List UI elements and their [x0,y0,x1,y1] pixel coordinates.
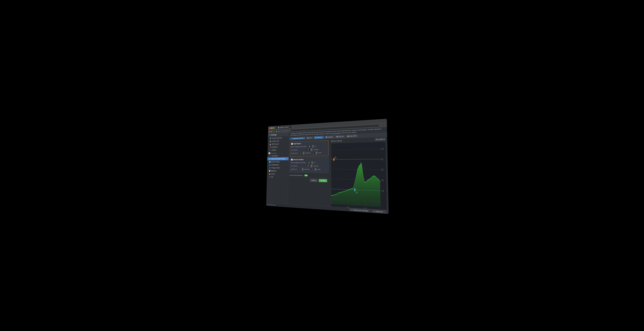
app-tab-close-icon[interactable]: × [384,211,385,213]
tab-close-button[interactable]: × [289,126,290,128]
application-tab[interactable]: ⊞ application × [371,210,387,214]
add-nodes-checkbox[interactable]: ✓ [291,143,293,145]
sidebar-item-info[interactable]: ℹ Info [267,175,288,179]
deployment-manager-tab[interactable]: ☁ Deployment Manager [349,208,370,212]
close-button[interactable]: Close [310,179,318,182]
maximize-window-button[interactable] [273,127,275,129]
no-active-tasks: No active tasks [267,204,276,206]
sidebar-item-migration[interactable]: 🔄 Migration [267,169,288,173]
remove-nodes-by-input[interactable]: 1 [310,168,314,171]
ssl-icon: 🔒 [270,140,271,142]
time-selector-arrow: ▾ [384,138,384,140]
add-for-at-least-down[interactable]: ▼ [310,150,312,151]
remove-for-at-least-up[interactable]: ▲ [310,165,312,166]
remove-for-at-least-down[interactable]: ▼ [310,166,312,167]
remove-for-at-least-input[interactable]: 10 [306,165,310,167]
gear-chart-icon: ⚙ [376,139,378,140]
email-notification-label: Send Email Notification: [290,174,303,176]
deployment-manager-label: Deployment Manager [353,209,368,212]
remove-nodes-by-spinner: 1 ▲ ▼ [310,168,316,171]
add-for-at-least-up[interactable]: ▲ [310,148,312,150]
remove-nodes-by-down[interactable]: ▼ [314,169,316,171]
add-nodes-by-label: nodes by [305,152,311,154]
svg-text:80%: 80% [334,156,336,159]
cpu-label: CPU [309,137,312,139]
reload-button[interactable]: ↺ [273,130,274,132]
add-when-loading-down[interactable]: ▼ [312,146,314,148]
time-selector[interactable]: ⚙ 1 hour ▾ [375,138,386,141]
add-nodes-by-input[interactable]: 1 [311,152,315,154]
email-notification-toggle[interactable]: ON [304,174,308,176]
sidebar-item-label: Endpoints [272,146,278,148]
sidebar-item-label: Firewall [272,149,276,151]
add-scale-out-input[interactable]: 3 [298,152,303,155]
forward-button[interactable]: ▶ [271,131,272,133]
bookmark-icon[interactable]: ☆ [380,124,382,126]
remove-for-at-least-spinner: 10 ▲ ▼ [306,165,312,167]
svg-text:10 GiB: 10 GiB [380,147,384,150]
sidebar-item-auto-scaling[interactable]: ⚙ Auto Horizontal Scaling [267,157,288,160]
settings-title: Settings [271,134,277,136]
add-nodes-title-text: Add Nodes [294,143,301,145]
sidebar-item-change-owner[interactable]: 👤 Change Owner [267,166,288,170]
network-metric-icon [326,137,327,138]
sidebar-item-label: Auto Horizontal Scaling [272,158,285,160]
sidebar-item-label: Export [271,173,275,175]
sidebar-item-export[interactable]: 📤 Export [267,172,288,176]
add-nodes-card: ✓ Add Nodes When loading is more than: 8… [290,140,328,157]
memory-metric-icon [315,137,317,138]
sidebar-item-events-history[interactable]: 📋 Events History [267,160,288,163]
metric-btn-cpu[interactable]: CPU [306,137,313,139]
sidebar-item-label: Info [271,176,273,178]
add-for-at-least-input[interactable]: 5 [306,148,310,151]
sidebar-item-label: SSH Access [272,143,279,145]
memory-label: Memory [317,137,322,138]
metric-btn-network[interactable]: Network [324,136,334,139]
shield-icon: 🛡 [291,138,292,139]
add-nodes-by-down[interactable]: ▼ [315,153,318,154]
new-tab-button[interactable]: + [292,126,294,128]
metric-btn-memory[interactable]: Memory [314,136,324,139]
chart-container: 10 GiB 8 GiB 6 GiB 4 GiB 2 GiB 80% 19% [331,142,387,213]
add-when-loading-input[interactable]: 80 [307,145,312,148]
add-scale-out-down[interactable]: ▼ [303,153,305,155]
plus-icon: ● [321,180,322,181]
remove-nodes-checkbox[interactable]: ✓ [291,159,293,160]
remove-scale-in-down[interactable]: ▼ [302,169,304,171]
server-dropdown-label: Application Server [293,137,303,139]
remove-scale-in-up[interactable]: ▲ [302,168,304,169]
auto-scaling-icon: ⚙ [269,158,270,160]
remove-nodes-by-up[interactable]: ▲ [314,168,316,169]
minimize-window-button[interactable] [271,127,272,129]
add-nodes-by-up[interactable]: ▲ [315,151,318,153]
add-when-loading-up[interactable]: ▲ [312,145,314,146]
chart-panel: Memory (Bytes) ⚙ 1 hour ▾ [330,137,389,214]
add-button[interactable]: ● Add [319,179,327,182]
close-window-button[interactable] [269,127,270,129]
network-label: Network [328,136,333,138]
menu-icon[interactable]: ⋮ [384,124,386,126]
metric-btn-disk-io[interactable]: Disk I/O [335,135,345,138]
server-dropdown[interactable]: 🛡 Application Server ▾ [290,137,305,140]
disk-io-label: Disk I/O [338,136,344,137]
monitor-wrapper: Digital Product × + ◀ ▶ ↺ 🔒 https://www.… [252,118,392,213]
metric-btn-disk-iops[interactable]: Disk IOPS [346,135,358,138]
remove-when-loading-input[interactable]: 19 [306,161,311,164]
browser-tab[interactable]: Digital Product × [276,126,292,129]
add-for-at-least-unit: minutes [314,149,318,150]
monitoring-section: 📊 Monitoring [268,151,289,155]
remove-scale-in-label: Scale in to: [291,168,297,170]
add-scale-out-up[interactable]: ▲ [303,152,305,153]
remove-when-loading-up[interactable]: ▲ [311,161,313,163]
url-text: https://www.google.com [278,130,291,132]
back-button[interactable]: ◀ [269,131,270,133]
svg-line-2 [331,169,380,170]
button-row: Close ● Add [289,177,328,184]
sidebar-item-collaboration[interactable]: 👥 Collaboration [267,163,288,166]
remove-scale-in-input[interactable]: 1 [298,168,302,171]
disk-io-metric-icon [336,136,338,137]
sidebar-item-load-alerts[interactable]: ⚠ Load Alerts [267,154,288,157]
documentation-link[interactable]: documentation [332,132,341,134]
remove-when-loading-down[interactable]: ▼ [311,163,313,164]
sidebar-item-label: Change Owner [271,167,280,169]
